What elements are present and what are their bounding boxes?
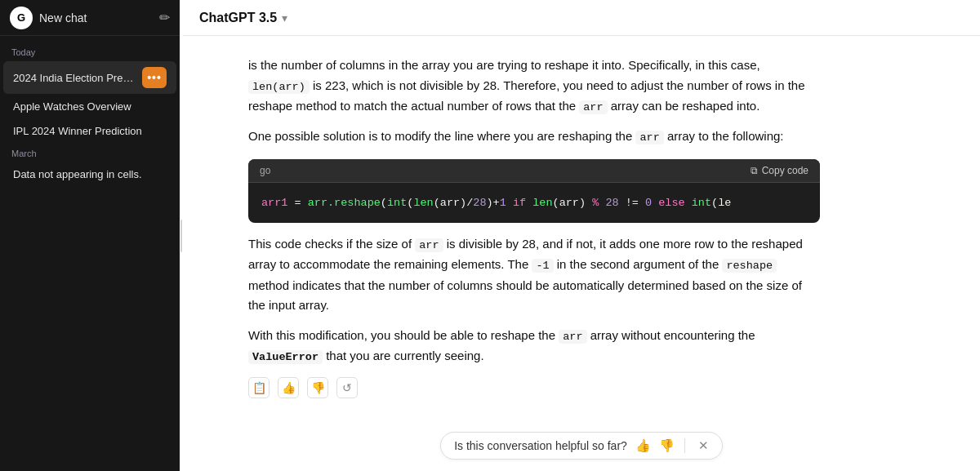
sidebar-body: Today 2024 India Election Prediction •••… xyxy=(0,36,180,471)
thumbs-up-icon-btn[interactable]: 👍 xyxy=(278,377,299,398)
thumbs-down-icon-btn[interactable]: 👎 xyxy=(307,377,328,398)
feedback-pill: Is this conversation helpful so far? 👍 👎… xyxy=(440,432,723,460)
message-text-2: This code checks if the size of arr is d… xyxy=(248,234,820,367)
chat-item-label: 2024 India Election Prediction xyxy=(13,72,139,84)
message-text-1: is the number of columns in the array yo… xyxy=(248,56,820,148)
sidebar-logo-inner: G xyxy=(17,11,25,24)
regenerate-icon-btn[interactable]: ↺ xyxy=(336,377,358,398)
section-label-today: Today xyxy=(0,42,180,60)
chat-item-label: IPL 2024 Winner Prediction xyxy=(13,125,167,137)
paragraph-2: One possible solution is to modify the l… xyxy=(248,127,820,147)
copy-icon: ⧉ xyxy=(751,165,758,176)
new-chat-label: New chat xyxy=(39,11,87,24)
code-block-body: arr1 = arr.reshape(int(len(arr)/28)+1 if… xyxy=(248,183,820,224)
chat-item-label: Data not appearing in cells. xyxy=(13,168,167,180)
paragraph-3: This code checks if the size of arr is d… xyxy=(248,234,820,316)
model-name: ChatGPT xyxy=(199,11,255,24)
code-block-scroll: arr1 = arr.reshape(int(len(arr)/28)+1 if… xyxy=(248,183,820,224)
resize-handle[interactable] xyxy=(180,0,183,471)
sidebar-header: G New chat ✏ xyxy=(0,0,180,36)
sidebar-item-apple-watches[interactable]: Apple Watches Overview xyxy=(3,95,176,118)
sidebar-item-ipl-winner[interactable]: IPL 2024 Winner Prediction xyxy=(3,119,176,143)
chat-item-menu-button[interactable]: ••• xyxy=(142,67,167,88)
main-panel: ChatGPT 3.5 ▾ is the number of columns i… xyxy=(183,0,980,471)
main-header: ChatGPT 3.5 ▾ xyxy=(183,0,980,36)
sidebar-logo-area: G New chat xyxy=(10,7,87,29)
main-content: is the number of columns in the array yo… xyxy=(183,36,980,424)
feedback-bar: Is this conversation helpful so far? 👍 👎… xyxy=(183,424,980,471)
paragraph-1: is the number of columns in the array yo… xyxy=(248,56,820,117)
chevron-down-icon[interactable]: ▾ xyxy=(282,11,287,24)
pill-divider xyxy=(684,438,685,453)
sidebar-item-data-cells[interactable]: Data not appearing in cells. xyxy=(3,162,176,186)
code-language-label: go xyxy=(260,165,270,176)
code-block-header: go ⧉ Copy code xyxy=(248,159,820,183)
paragraph-4: With this modification, you should be ab… xyxy=(248,326,820,367)
section-label-march: March xyxy=(0,144,180,162)
ellipsis-icon: ••• xyxy=(147,71,162,84)
copy-label: Copy code xyxy=(762,165,808,176)
feedback-thumbs-up-icon[interactable]: 👍 xyxy=(635,438,651,453)
feedback-thumbs-down-icon[interactable]: 👎 xyxy=(659,438,675,453)
feedback-close-icon[interactable]: ✕ xyxy=(698,438,709,453)
feedback-pill-text: Is this conversation helpful so far? xyxy=(454,439,627,452)
model-version: 3.5 xyxy=(259,11,277,24)
copy-icon-btn[interactable]: 📋 xyxy=(248,377,270,398)
code-block: go ⧉ Copy code arr1 = arr.reshape(int(le… xyxy=(248,159,820,224)
sidebar: G New chat ✏ Today 2024 India Election P… xyxy=(0,0,180,471)
sidebar-logo: G xyxy=(10,7,33,29)
chat-item-label: Apple Watches Overview xyxy=(13,100,167,113)
model-title: ChatGPT 3.5 xyxy=(199,11,277,25)
copy-code-button[interactable]: ⧉ Copy code xyxy=(751,165,808,176)
edit-icon[interactable]: ✏ xyxy=(159,10,170,25)
feedback-row: 📋 👍 👎 ↺ xyxy=(248,377,915,398)
sidebar-item-india-election[interactable]: 2024 India Election Prediction ••• xyxy=(3,61,176,94)
